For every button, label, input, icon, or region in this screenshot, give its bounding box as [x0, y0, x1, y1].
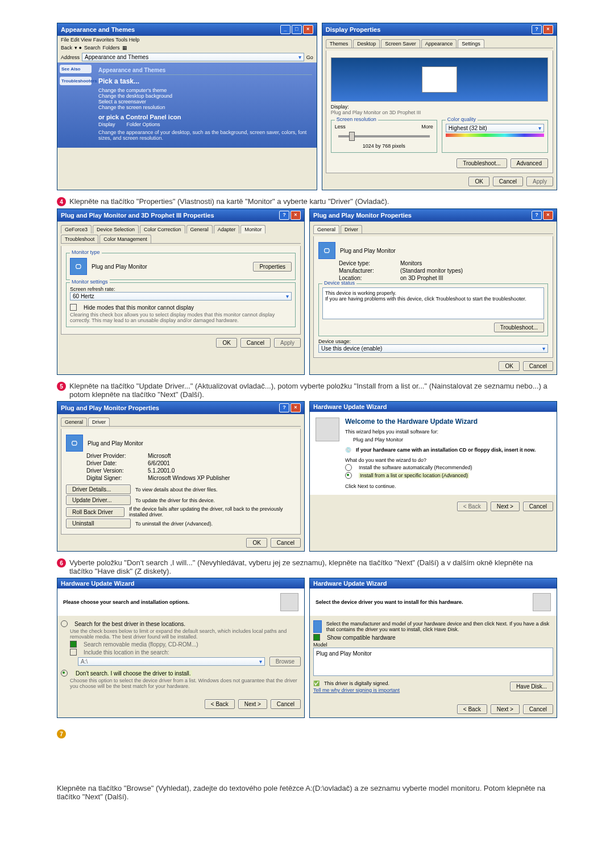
monprop-tabs[interactable]: GeneralDriver [313, 225, 553, 234]
cp-folder-options[interactable]: Folder Options [127, 122, 160, 127]
cancel-button[interactable]: Cancel [523, 361, 553, 371]
monprop2-tabs[interactable]: GeneralDriver [61, 418, 301, 427]
tab-general[interactable]: General [61, 418, 87, 426]
tab[interactable]: Troubleshoot [61, 235, 98, 243]
next-button[interactable]: Next > [491, 704, 520, 714]
tab[interactable]: Adapter [214, 225, 240, 233]
tell-link[interactable]: Tell me why driver signing is important [313, 687, 400, 693]
explorer-toolbar[interactable]: Back▾ ● Search Folders ▦ [57, 44, 317, 52]
ok-button[interactable]: OK [499, 361, 519, 371]
explorer-titlebar[interactable]: Appearance and Themes _□× [57, 23, 317, 36]
ok-button[interactable]: OK [246, 538, 267, 548]
radio-auto[interactable] [345, 464, 352, 471]
radio-dont-search[interactable] [61, 670, 68, 677]
ok-button[interactable]: OK [468, 177, 489, 186]
go-button[interactable]: Go [306, 55, 313, 60]
cancel-button[interactable]: Cancel [523, 704, 553, 714]
bullet-5: 5 [57, 382, 66, 391]
help-icon[interactable]: ? [532, 25, 542, 34]
folders-button[interactable]: Folders [102, 45, 119, 51]
display-titlebar[interactable]: Display Properties ?× [322, 23, 557, 36]
troubleshoot-button[interactable]: Troubleshoot... [494, 323, 544, 332]
refresh-select[interactable]: 60 Hertz▾ [70, 292, 292, 301]
tab-general[interactable]: General [313, 225, 339, 233]
wizard1-titlebar[interactable]: Hardware Update Wizard [310, 402, 557, 412]
troubleshoot-button[interactable]: Troubleshoot... [457, 158, 507, 168]
tab-driver[interactable]: Driver [88, 418, 110, 426]
maximize-icon[interactable]: □ [292, 25, 302, 34]
model-list[interactable]: Plug and Play Monitor [313, 648, 553, 676]
back-button[interactable]: < Back [205, 699, 235, 709]
help-icon[interactable]: ? [279, 211, 289, 220]
back-button[interactable]: Back [61, 45, 72, 51]
wizard2-titlebar[interactable]: Hardware Update Wizard [57, 578, 304, 589]
res-slider[interactable] [338, 135, 430, 137]
next-button[interactable]: Next > [238, 699, 267, 709]
tab[interactable]: Color Correction [140, 225, 185, 233]
uninstall-button[interactable]: Uninstall [66, 519, 131, 528]
tab-settings[interactable]: Settings [458, 39, 484, 48]
minimize-icon[interactable]: _ [280, 25, 291, 34]
back-button[interactable]: < Back [457, 704, 487, 714]
chevron-down-icon[interactable]: ▾ [542, 345, 545, 352]
close-icon[interactable]: × [291, 211, 301, 220]
radio-search[interactable] [61, 620, 68, 627]
tab[interactable]: General [186, 225, 213, 233]
task-link[interactable]: Change the desktop background [98, 93, 312, 99]
task-link[interactable]: Select a screensaver [98, 99, 312, 105]
task-link[interactable]: Change the screen resolution [98, 105, 312, 110]
close-icon[interactable]: × [291, 403, 301, 412]
check-compatible[interactable] [313, 634, 320, 641]
display-tabs[interactable]: Themes Desktop Screen Saver Appearance S… [326, 39, 553, 48]
advanced-button[interactable]: Advanced [511, 158, 548, 168]
cp-display[interactable]: Display [98, 122, 115, 127]
cancel-button[interactable]: Cancel [271, 699, 301, 709]
check-removable [70, 641, 77, 648]
monprop2-titlebar[interactable]: Plug and Play Monitor Properties?× [57, 402, 304, 414]
apply-button[interactable]: Apply [526, 177, 553, 186]
cancel-button[interactable]: Cancel [240, 338, 271, 348]
help-icon[interactable]: ? [279, 403, 289, 412]
radio-list[interactable] [345, 472, 352, 479]
wizard3-titlebar[interactable]: Hardware Update Wizard [310, 578, 557, 589]
tab-monitor[interactable]: Monitor [240, 225, 265, 233]
prop3d-tabs[interactable]: GeForce3 Device Selection Color Correcti… [61, 225, 301, 244]
quality-select[interactable]: Highest (32 bit)▾ [446, 124, 544, 132]
tab-appearance[interactable]: Appearance [421, 39, 457, 48]
task-link[interactable]: Change the computer's theme [98, 87, 312, 93]
chevron-down-icon[interactable]: ▾ [286, 293, 289, 299]
apply-button[interactable]: Apply [274, 338, 301, 348]
details-button[interactable]: Driver Details... [66, 485, 131, 494]
address-bar[interactable]: Address Appearance and Themes▾ Go [57, 52, 317, 62]
properties-button[interactable]: Properties [253, 262, 292, 272]
monprop-titlebar[interactable]: Plug and Play Monitor Properties?× [310, 209, 557, 222]
hide-checkbox[interactable] [70, 304, 77, 311]
list-item[interactable]: Plug and Play Monitor [316, 650, 372, 657]
cancel-button[interactable]: Cancel [271, 538, 301, 548]
explorer-menu[interactable]: File Edit View Favorites Tools Help [57, 36, 317, 44]
search-button[interactable]: Search [84, 45, 101, 51]
chevron-down-icon[interactable]: ▾ [298, 54, 301, 60]
back-button[interactable]: < Back [457, 502, 487, 511]
close-icon[interactable]: × [543, 211, 553, 220]
tab[interactable]: GeForce3 [61, 225, 92, 233]
rollback-button[interactable]: Roll Back Driver [66, 507, 125, 517]
chevron-down-icon[interactable]: ▾ [538, 125, 541, 131]
update-button[interactable]: Update Driver... [66, 495, 131, 505]
tab-desktop[interactable]: Desktop [353, 39, 380, 48]
close-icon[interactable]: × [303, 25, 313, 34]
cancel-button[interactable]: Cancel [523, 502, 553, 511]
help-icon[interactable]: ? [532, 211, 542, 220]
have-disk-button[interactable]: Have Disk... [510, 682, 553, 691]
tab-driver[interactable]: Driver [341, 225, 362, 233]
close-icon[interactable]: × [543, 25, 553, 34]
prop3d-titlebar[interactable]: Plug and Play Monitor and 3D Prophet III… [57, 209, 304, 222]
tab[interactable]: Color Management [99, 235, 151, 243]
ok-button[interactable]: OK [216, 338, 237, 348]
tab[interactable]: Device Selection [93, 225, 139, 233]
usage-select[interactable]: Use this device (enable)▾ [318, 344, 548, 353]
cancel-button[interactable]: Cancel [493, 177, 523, 186]
tab-screensaver[interactable]: Screen Saver [381, 39, 420, 48]
next-button[interactable]: Next > [491, 502, 520, 511]
tab-themes[interactable]: Themes [326, 39, 352, 48]
